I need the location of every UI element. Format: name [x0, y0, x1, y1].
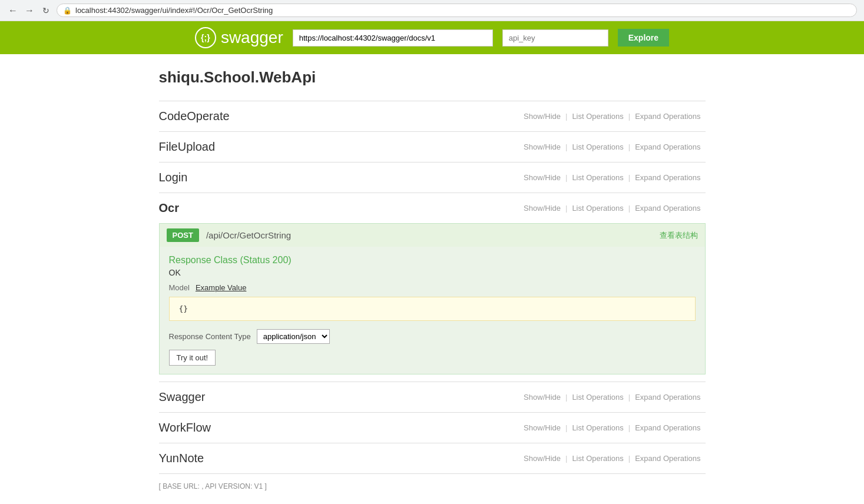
list-ops-swagger[interactable]: List Operations [567, 393, 628, 402]
list-ops-ocr[interactable]: List Operations [567, 204, 628, 213]
page-title: shiqu.School.WebApi [159, 68, 706, 87]
view-structure-link[interactable]: 查看表结构 [660, 230, 698, 241]
show-hide-ocr[interactable]: Show/Hide [519, 204, 565, 213]
api-group-actions-fileupload: Show/Hide | List Operations | Expand Ope… [519, 142, 705, 151]
back-button[interactable]: ← [7, 5, 19, 16]
api-group-name-workflow: WorkFlow [159, 421, 211, 435]
expand-ops-workflow[interactable]: Expand Operations [630, 423, 705, 432]
swagger-icon-text: {;} [201, 33, 210, 42]
example-value-tab[interactable]: Example Value [196, 283, 246, 292]
show-hide-codeoperate[interactable]: Show/Hide [519, 112, 565, 121]
api-group-name-yunnote: YunNote [159, 452, 204, 465]
list-ops-workflow[interactable]: List Operations [567, 423, 628, 432]
api-group-codeoperate: CodeOperate Show/Hide | List Operations … [159, 101, 706, 131]
api-group-actions-yunnote: Show/Hide | List Operations | Expand Ope… [519, 454, 705, 463]
expand-ops-fileupload[interactable]: Expand Operations [630, 142, 705, 151]
explore-button[interactable]: Explore [618, 29, 669, 47]
model-tabs: Model Example Value [169, 283, 696, 292]
forward-button[interactable]: → [24, 5, 35, 16]
api-group-ocr: Ocr Show/Hide | List Operations | Expand… [159, 193, 706, 223]
lock-icon: 🔒 [63, 6, 72, 15]
swagger-url-input[interactable] [293, 29, 493, 47]
main-content: shiqu.School.WebApi CodeOperate Show/Hid… [150, 54, 715, 504]
list-ops-codeoperate[interactable]: List Operations [567, 112, 628, 121]
content-type-select[interactable]: application/json [257, 329, 330, 344]
api-group-actions-swagger: Show/Hide | List Operations | Expand Ope… [519, 393, 705, 402]
list-ops-login[interactable]: List Operations [567, 173, 628, 182]
api-group-name-codeoperate: CodeOperate [159, 110, 230, 123]
footer-text: [ BASE URL: , API VERSION: V1 ] [159, 482, 267, 490]
api-group-actions-workflow: Show/Hide | List Operations | Expand Ope… [519, 423, 705, 432]
swagger-logo: {;} swagger [195, 27, 283, 48]
show-hide-swagger[interactable]: Show/Hide [519, 393, 565, 402]
code-block: {} [169, 297, 696, 321]
expand-ops-login[interactable]: Expand Operations [630, 173, 705, 182]
swagger-title: swagger [221, 28, 283, 47]
api-group-login: Login Show/Hide | List Operations | Expa… [159, 162, 706, 193]
expand-ops-swagger[interactable]: Expand Operations [630, 393, 705, 402]
content-type-label: Response Content Type [169, 332, 251, 341]
api-group-workflow: WorkFlow Show/Hide | List Operations | E… [159, 412, 706, 443]
api-group-actions-login: Show/Hide | List Operations | Expand Ope… [519, 173, 705, 182]
expand-ops-codeoperate[interactable]: Expand Operations [630, 112, 705, 121]
url-text: localhost:44302/swagger/ui/index#!/Ocr/O… [75, 6, 273, 15]
show-hide-workflow[interactable]: Show/Hide [519, 423, 565, 432]
list-ops-yunnote[interactable]: List Operations [567, 454, 628, 463]
model-label: Model [169, 283, 190, 292]
browser-bar: ← → ↻ 🔒 localhost:44302/swagger/ui/index… [0, 0, 864, 21]
url-bar[interactable]: 🔒 localhost:44302/swagger/ui/index#!/Ocr… [57, 4, 857, 17]
expand-ops-ocr[interactable]: Expand Operations [630, 204, 705, 213]
footer: [ BASE URL: , API VERSION: V1 ] [159, 473, 706, 499]
response-content-type-row: Response Content Type application/json [169, 329, 696, 344]
response-title: Response Class (Status 200) [169, 255, 696, 266]
list-ops-fileupload[interactable]: List Operations [567, 142, 628, 151]
endpoint-header-left: POST /api/Ocr/GetOcrString [167, 228, 292, 242]
endpoint-block: POST /api/Ocr/GetOcrString 查看表结构 Respons… [159, 223, 706, 374]
show-hide-fileupload[interactable]: Show/Hide [519, 142, 565, 151]
api-group-fileupload: FileUpload Show/Hide | List Operations |… [159, 131, 706, 162]
api-group-actions-codeoperate: Show/Hide | List Operations | Expand Ope… [519, 112, 705, 121]
expand-ops-yunnote[interactable]: Expand Operations [630, 454, 705, 463]
api-group-actions-ocr: Show/Hide | List Operations | Expand Ope… [519, 204, 705, 213]
api-groups-top: CodeOperate Show/Hide | List Operations … [159, 101, 706, 223]
api-group-yunnote: YunNote Show/Hide | List Operations | Ex… [159, 443, 706, 473]
reload-button[interactable]: ↻ [40, 5, 52, 16]
swagger-logo-icon: {;} [195, 27, 216, 48]
response-status: OK [169, 268, 696, 277]
post-badge: POST [167, 228, 199, 242]
swagger-header: {;} swagger Explore [0, 21, 864, 54]
api-group-name-fileupload: FileUpload [159, 140, 216, 154]
api-group-name-swagger: Swagger [159, 390, 206, 404]
endpoint-path: /api/Ocr/GetOcrString [206, 230, 291, 240]
api-key-input[interactable] [502, 29, 608, 47]
api-group-swagger: Swagger Show/Hide | List Operations | Ex… [159, 382, 706, 412]
api-groups-bottom: Swagger Show/Hide | List Operations | Ex… [159, 382, 706, 473]
api-group-name-login: Login [159, 171, 188, 184]
response-block: Response Class (Status 200) OK Model Exa… [160, 247, 705, 374]
show-hide-yunnote[interactable]: Show/Hide [519, 454, 565, 463]
api-group-name-ocr: Ocr [159, 201, 179, 215]
try-it-button[interactable]: Try it out! [169, 350, 216, 366]
show-hide-login[interactable]: Show/Hide [519, 173, 565, 182]
endpoint-header: POST /api/Ocr/GetOcrString 查看表结构 [160, 224, 705, 247]
